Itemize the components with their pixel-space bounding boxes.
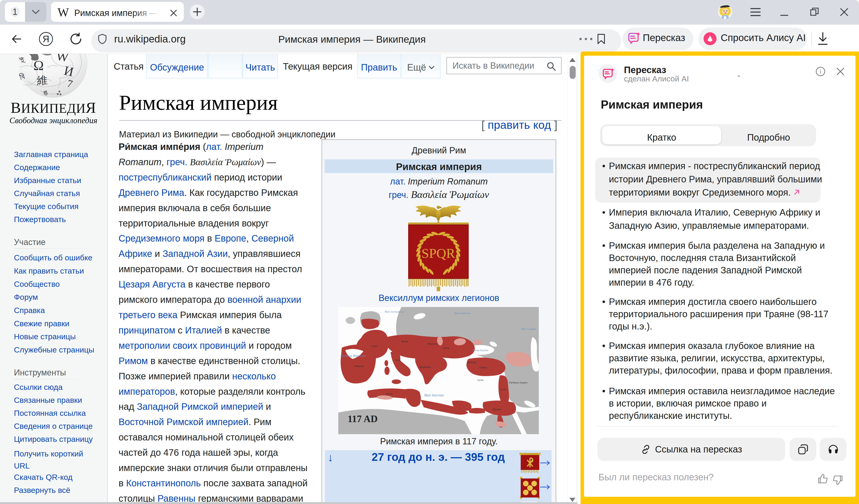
- svg-text:Lycia: Lycia: [478, 379, 483, 381]
- svg-text:Oceanus Atlanticus: Oceanus Atlanticus: [341, 354, 366, 357]
- svg-text:Syria: Syria: [500, 388, 506, 391]
- svg-text:Hispania: Hispania: [355, 365, 364, 367]
- svg-text:117 AD: 117 AD: [348, 413, 378, 424]
- svg-text:Pontus Euxinus: Pontus Euxinus: [472, 349, 488, 352]
- svg-text:ঙ: ঙ: [43, 87, 48, 97]
- svg-text:Ægyptus: Ægyptus: [492, 408, 501, 411]
- svg-text:Africa: Africa: [386, 392, 392, 395]
- svg-text:Parthian Empire: Parthian Empire: [509, 381, 528, 384]
- svg-text:Mare Suebicum: Mare Suebicum: [454, 312, 470, 315]
- svg-text:Mare Germanicum: Mare Germanicum: [385, 310, 404, 313]
- svg-text:Macedonia: Macedonia: [420, 365, 431, 368]
- svg-text:Gallia: Gallia: [371, 345, 377, 347]
- svg-text:Galatia: Galatia: [479, 366, 487, 369]
- svg-text:Pannonia: Pannonia: [428, 342, 437, 345]
- svg-text:Mare Internum: Mare Internum: [424, 394, 444, 397]
- svg-text:W: W: [55, 54, 70, 64]
- svg-text:Mare Caspium: Mare Caspium: [521, 327, 536, 330]
- svg-text:SPQR: SPQR: [421, 246, 455, 261]
- svg-text:Ω: Ω: [33, 58, 44, 73]
- svg-text:Dacia: Dacia: [443, 347, 449, 349]
- svg-text:Bithynia: Bithynia: [467, 361, 476, 364]
- svg-text:維: 維: [36, 74, 48, 87]
- svg-text:Italia: Italia: [395, 358, 401, 361]
- svg-text:Raetia: Raetia: [402, 340, 408, 343]
- svg-text:ஃ: ஃ: [56, 88, 62, 96]
